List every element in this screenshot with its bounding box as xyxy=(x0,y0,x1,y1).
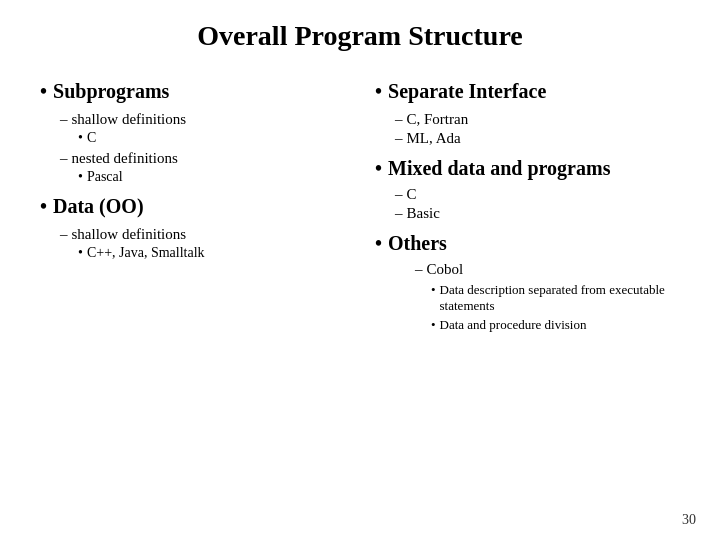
text-oo-shallow: shallow definitions xyxy=(72,226,187,243)
page-number: 30 xyxy=(682,512,696,528)
dash-oo-shallow: – xyxy=(60,226,68,243)
slide: Overall Program Structure • Subprograms … xyxy=(0,0,720,540)
main-item-subprograms: • Subprograms xyxy=(40,80,345,103)
label-mixed: Mixed data and programs xyxy=(388,157,610,180)
nested-children: • Pascal xyxy=(78,169,345,185)
mixed-sub-list: – C – Basic xyxy=(395,186,680,222)
oo-shallow-child-cpp: • C++, Java, Smalltalk xyxy=(78,245,345,261)
text-nested: nested definitions xyxy=(72,150,178,167)
label-others: Others xyxy=(388,232,447,255)
left-column: • Subprograms – shallow definitions • C xyxy=(40,80,355,520)
text-shallow: shallow definitions xyxy=(72,111,187,128)
right-column: • Separate Interface – C, Fortran – ML, … xyxy=(365,80,680,520)
main-item-others: • Others xyxy=(375,232,680,255)
label-dataoo: Data (OO) xyxy=(53,195,144,218)
dash-nested: – xyxy=(60,150,68,167)
text-cobol: Cobol xyxy=(427,261,464,278)
cobol-detail-1-text: Data description separated from executab… xyxy=(440,282,680,314)
dash-shallow: – xyxy=(60,111,68,128)
dataoo-sub-list: – shallow definitions • C++, Java, Small… xyxy=(60,226,345,261)
subprograms-sub-list: – shallow definitions • C – nested defin… xyxy=(60,111,345,185)
sub-item-basic: – Basic xyxy=(395,205,680,222)
sub-item-nested: – nested definitions xyxy=(60,150,345,167)
bullet-subprograms: • xyxy=(40,80,47,103)
shallow-children: • C xyxy=(78,130,345,146)
sub-item-oo-shallow: – shallow definitions xyxy=(60,226,345,243)
nested-child-pascal: • Pascal xyxy=(78,169,345,185)
separate-sub-list: – C, Fortran – ML, Ada xyxy=(395,111,680,147)
bullet-dataoo: • xyxy=(40,195,47,218)
sub-item-c: – C xyxy=(395,186,680,203)
cobol-detail-1: • Data description separated from execut… xyxy=(431,282,680,314)
text-c-fortran: C, Fortran xyxy=(407,111,469,128)
label-subprograms: Subprograms xyxy=(53,80,169,103)
bullet-mixed: • xyxy=(375,157,382,180)
bullet-separate: • xyxy=(375,80,382,103)
nested-child-pascal-text: Pascal xyxy=(87,169,123,185)
text-ml-ada: ML, Ada xyxy=(407,130,461,147)
sub-item-ml-ada: – ML, Ada xyxy=(395,130,680,147)
content-area: • Subprograms – shallow definitions • C xyxy=(40,80,680,520)
sub-item-cobol: – Cobol xyxy=(415,261,680,278)
slide-title: Overall Program Structure xyxy=(40,20,680,56)
sub-item-shallow: – shallow definitions xyxy=(60,111,345,128)
main-item-mixed: • Mixed data and programs xyxy=(375,157,680,180)
shallow-child-c-text: C xyxy=(87,130,96,146)
others-sub-list: – Cobol • Data description separated fro… xyxy=(395,261,680,333)
text-basic: Basic xyxy=(407,205,440,222)
cobol-detail-2: • Data and procedure division xyxy=(431,317,680,333)
sub-item-c-fortran: – C, Fortran xyxy=(395,111,680,128)
shallow-child-c: • C xyxy=(78,130,345,146)
label-separate: Separate Interface xyxy=(388,80,546,103)
bullet-others: • xyxy=(375,232,382,255)
oo-shallow-children: • C++, Java, Smalltalk xyxy=(78,245,345,261)
cobol-detail-2-text: Data and procedure division xyxy=(440,317,587,333)
oo-shallow-child-cpp-text: C++, Java, Smalltalk xyxy=(87,245,205,261)
main-item-dataoo: • Data (OO) xyxy=(40,195,345,218)
text-c: C xyxy=(407,186,417,203)
main-item-separate: • Separate Interface xyxy=(375,80,680,103)
